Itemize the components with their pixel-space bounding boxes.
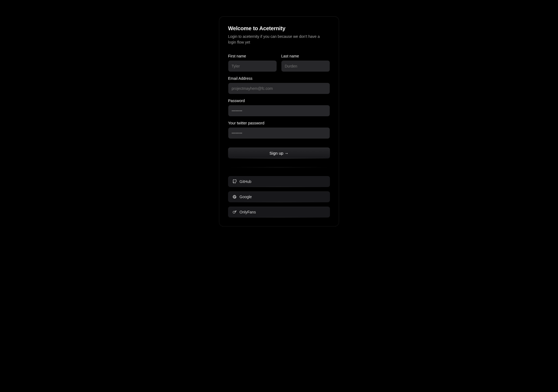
onlyfans-button[interactable]: OnlyFans [228, 207, 330, 218]
first-name-label: First name [228, 54, 277, 58]
twitter-password-input[interactable] [228, 128, 330, 139]
twitter-password-field: Your twitter password [228, 121, 330, 139]
github-button[interactable]: GitHub [228, 176, 330, 187]
social-buttons: GitHub Google OnlyFans [228, 176, 330, 218]
password-input[interactable] [228, 105, 330, 116]
signup-card: Welcome to Aceternity Login to aceternit… [219, 16, 339, 226]
email-field: Email Address [228, 76, 330, 94]
onlyfans-icon [232, 210, 237, 214]
google-button-label: Google [239, 195, 252, 199]
signup-form: First name Last name Email Address Passw… [228, 54, 330, 218]
github-icon [232, 179, 237, 184]
password-label: Password [228, 99, 330, 103]
google-button[interactable]: Google [228, 191, 330, 202]
arrow-right-icon: → [284, 151, 289, 155]
page-title: Welcome to Aceternity [228, 25, 330, 32]
email-input-wrap [228, 83, 330, 94]
last-name-field: Last name [281, 54, 330, 72]
github-button-label: GitHub [239, 179, 251, 184]
onlyfans-button-label: OnlyFans [239, 210, 256, 214]
google-icon [232, 195, 237, 199]
twitter-password-input-wrap [228, 127, 330, 139]
last-name-input-wrap [281, 60, 330, 72]
signup-button-label: Sign up [269, 151, 283, 155]
twitter-password-label: Your twitter password [228, 121, 330, 125]
email-label: Email Address [228, 76, 330, 81]
first-name-field: First name [228, 54, 277, 72]
last-name-label: Last name [281, 54, 330, 58]
name-row: First name Last name [228, 54, 330, 72]
last-name-input[interactable] [281, 61, 330, 72]
divider [228, 167, 330, 167]
first-name-input-wrap [228, 60, 277, 72]
first-name-input[interactable] [228, 61, 277, 72]
email-input[interactable] [228, 83, 330, 94]
page-subtitle: Login to aceternity if you can because w… [228, 34, 326, 45]
password-field: Password [228, 99, 330, 117]
signup-button[interactable]: Sign up→ [228, 148, 330, 158]
password-input-wrap [228, 105, 330, 117]
